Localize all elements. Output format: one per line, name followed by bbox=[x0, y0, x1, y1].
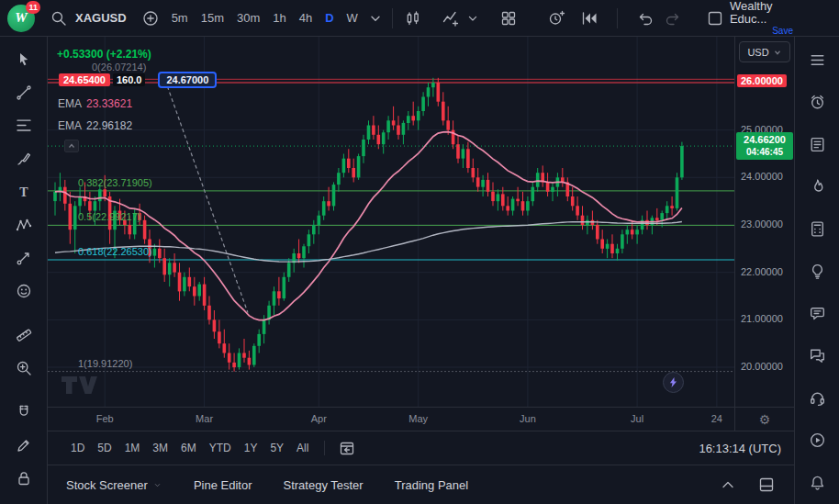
tradingview-watermark bbox=[61, 374, 101, 396]
panel-tab-pine-editor[interactable]: Pine Editor bbox=[194, 478, 252, 492]
tool-xabcd-pattern[interactable] bbox=[10, 211, 38, 239]
sidebar-chat[interactable] bbox=[803, 299, 831, 327]
draw-icon bbox=[15, 436, 33, 454]
sidebar-conversations[interactable] bbox=[803, 342, 831, 369]
layout-name[interactable]: Wealthy Educ... bbox=[730, 0, 808, 26]
fib-level-label: 0.382(23.71905) bbox=[78, 177, 152, 188]
cursor-icon bbox=[15, 50, 33, 69]
sidebar-support[interactable] bbox=[803, 384, 831, 411]
app-logo[interactable]: W 11 bbox=[7, 5, 35, 32]
layout-icon[interactable] bbox=[702, 6, 728, 31]
panel-restore-icon[interactable] bbox=[754, 472, 779, 498]
timeframe-30m[interactable]: 30m bbox=[230, 6, 266, 30]
range-3m[interactable]: 3M bbox=[146, 437, 174, 459]
time-tick: Feb bbox=[89, 413, 120, 424]
timeframe-5m[interactable]: 5m bbox=[165, 6, 195, 30]
chart-type-icon[interactable] bbox=[400, 6, 426, 31]
sidebar-ideas[interactable] bbox=[803, 257, 831, 285]
range-all[interactable]: All bbox=[290, 437, 315, 459]
compare-add-icon[interactable] bbox=[138, 6, 163, 31]
tool-ruler[interactable] bbox=[10, 321, 38, 349]
red-price-tag[interactable]: 24.65400 bbox=[59, 73, 110, 86]
layout-name-menu[interactable]: Wealthy Educ... Save bbox=[730, 0, 832, 36]
tool-fib-retracement[interactable] bbox=[10, 112, 38, 140]
last-price-label[interactable]: 24.66200 04:46:45 bbox=[736, 132, 793, 160]
xabcd-pattern-icon bbox=[15, 216, 33, 234]
timeframe-4h[interactable]: 4h bbox=[293, 6, 319, 30]
clock[interactable]: 16:13:14 (UTC) bbox=[699, 442, 785, 455]
time-tick: 24 bbox=[701, 413, 733, 424]
alert-price-tag[interactable]: 24.67000 bbox=[158, 72, 217, 88]
sidebar-hotlists[interactable] bbox=[803, 173, 831, 200]
go-to-date-icon[interactable] bbox=[334, 435, 360, 461]
time-axis[interactable]: FebMarAprMayJunJul24 bbox=[48, 407, 734, 431]
tool-emoticon[interactable] bbox=[10, 277, 38, 305]
range-5y[interactable]: 5Y bbox=[263, 437, 290, 459]
emoticon-icon bbox=[15, 282, 33, 300]
tool-magnet[interactable] bbox=[10, 398, 38, 426]
price-tick: 24.00000 bbox=[741, 171, 783, 182]
timeframe-D[interactable]: D bbox=[319, 6, 340, 30]
candlestick-chart[interactable] bbox=[48, 37, 734, 407]
fib-level-label: 0.618(22.26530) bbox=[78, 246, 152, 257]
range-5d[interactable]: 5D bbox=[91, 437, 117, 459]
range-1y[interactable]: 1Y bbox=[238, 437, 264, 459]
dark-value-tag[interactable]: 160.0 bbox=[113, 73, 146, 86]
range-1d[interactable]: 1D bbox=[64, 437, 91, 459]
tool-draw[interactable] bbox=[10, 431, 38, 459]
range-6m[interactable]: 6M bbox=[174, 437, 203, 459]
redo-icon[interactable] bbox=[660, 6, 686, 31]
tool-cursor[interactable] bbox=[10, 46, 38, 73]
tool-trend-line[interactable] bbox=[10, 79, 38, 106]
chat-icon bbox=[808, 304, 827, 323]
price-axis[interactable]: USD 26.0000025.0000024.0000023.0000022.0… bbox=[734, 37, 794, 407]
ema-slow-legend[interactable]: EMA22.96182 bbox=[58, 119, 132, 132]
sidebar-news[interactable] bbox=[803, 130, 831, 158]
timeframe-W[interactable]: W bbox=[341, 6, 364, 30]
timeframe-1h[interactable]: 1h bbox=[266, 6, 292, 30]
panel-open-icon[interactable] bbox=[715, 472, 741, 498]
tool-forecast[interactable] bbox=[10, 244, 38, 272]
sidebar-notifications[interactable] bbox=[803, 469, 831, 497]
bar-replay-icon[interactable] bbox=[576, 6, 602, 31]
search-icon[interactable] bbox=[46, 6, 72, 31]
indicators-expand-icon[interactable] bbox=[464, 6, 481, 31]
notification-badge: 11 bbox=[26, 1, 40, 14]
lightning-button[interactable] bbox=[663, 372, 684, 393]
conversations-icon bbox=[808, 346, 827, 365]
indicators-icon[interactable] bbox=[437, 6, 463, 31]
timeframe-15m[interactable]: 15m bbox=[195, 6, 230, 30]
templates-grid-icon[interactable] bbox=[496, 6, 521, 31]
symbol-search-button[interactable]: XAGUSD bbox=[75, 11, 127, 25]
range-ytd[interactable]: YTD bbox=[203, 437, 238, 459]
panel-tab-strategy-tester[interactable]: Strategy Tester bbox=[283, 478, 363, 492]
tool-text[interactable]: T bbox=[10, 178, 38, 206]
save-link[interactable]: Save bbox=[772, 26, 793, 36]
tool-lock[interactable] bbox=[10, 465, 38, 492]
chevron-down-icon bbox=[773, 48, 782, 57]
sidebar-tutorials[interactable] bbox=[803, 426, 831, 454]
chart-area[interactable]: +0.53300 (+2.21%) 0(26.07214) 24.65400 1… bbox=[48, 37, 734, 407]
ema-fast-value: 23.33621 bbox=[86, 97, 132, 110]
price-change-text: +0.53300 (+2.21%) bbox=[57, 48, 151, 61]
panel-tab-trading-panel[interactable]: Trading Panel bbox=[395, 478, 468, 492]
panel-tab-stock-screener[interactable]: Stock Screener bbox=[66, 478, 162, 492]
currency-select[interactable]: USD bbox=[739, 41, 790, 62]
tool-zoom-in[interactable] bbox=[10, 354, 38, 382]
create-alert-icon[interactable] bbox=[543, 6, 569, 31]
undo-icon[interactable] bbox=[632, 6, 658, 31]
tool-brush[interactable] bbox=[10, 145, 38, 173]
gear-icon[interactable]: ⚙ bbox=[759, 412, 771, 427]
calculator-icon bbox=[808, 219, 827, 239]
last-price-value: 24.66200 bbox=[736, 134, 793, 147]
text-icon: T bbox=[15, 183, 33, 201]
sidebar-calculator[interactable] bbox=[803, 215, 831, 242]
range-1m[interactable]: 1M bbox=[118, 437, 147, 459]
legend-collapse-button[interactable] bbox=[64, 140, 79, 152]
ema-slow-value: 22.96182 bbox=[86, 119, 132, 132]
timeframe-expand-icon[interactable] bbox=[366, 6, 385, 31]
sidebar-alerts[interactable] bbox=[803, 88, 831, 116]
sidebar-watchlist[interactable] bbox=[803, 46, 831, 73]
ema-fast-legend[interactable]: EMA23.33621 bbox=[58, 97, 132, 110]
range-group: 1D5D1M3M6MYTD1Y5YAll bbox=[64, 437, 315, 459]
